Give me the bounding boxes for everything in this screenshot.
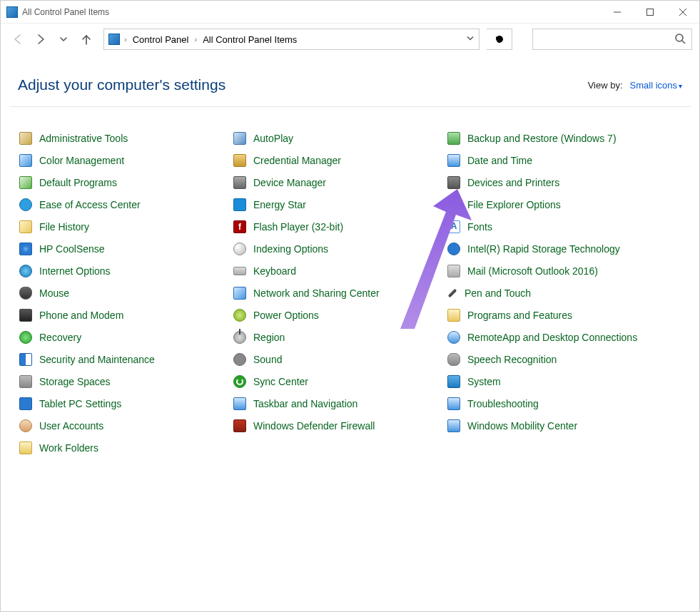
cp-item[interactable]: Phone and Modem — [18, 304, 232, 326]
cp-item-label[interactable]: Mail (Microsoft Outlook 2016) — [467, 265, 598, 277]
cp-item-label[interactable]: Programs and Features — [467, 310, 572, 321]
cp-item[interactable]: Color Management — [18, 149, 232, 171]
cp-item-label[interactable]: Intel(R) Rapid Storage Technology — [467, 243, 620, 255]
cp-item-label[interactable]: Indexing Options — [253, 243, 328, 255]
cp-item[interactable]: AutoPlay — [232, 127, 446, 149]
cp-item-label[interactable]: Windows Defender Firewall — [253, 420, 375, 432]
cp-item[interactable]: Recovery — [18, 326, 232, 348]
cp-item-label[interactable]: Color Management — [39, 155, 124, 166]
cp-item[interactable]: File History — [18, 215, 232, 238]
cp-item[interactable]: Power Options — [232, 304, 446, 326]
minimize-button[interactable] — [601, 1, 634, 24]
cp-item[interactable]: Speech Recognition — [446, 348, 682, 370]
cp-item-label[interactable]: RemoteApp and Desktop Connections — [467, 332, 637, 343]
close-button[interactable] — [666, 1, 699, 24]
cp-item[interactable]: Indexing Options — [232, 238, 446, 260]
cp-item-label[interactable]: Phone and Modem — [39, 310, 123, 321]
cp-item[interactable]: Pen and Touch — [446, 282, 682, 304]
cp-item-label[interactable]: Flash Player (32-bit) — [253, 221, 343, 233]
cp-item[interactable]: Windows Defender Firewall — [232, 414, 446, 437]
cp-item[interactable]: Tablet PC Settings — [18, 392, 232, 414]
search-input[interactable] — [539, 34, 674, 45]
cp-item[interactable]: Internet Options — [18, 260, 232, 282]
cp-item-label[interactable]: Ease of Access Center — [39, 199, 141, 210]
cp-item[interactable]: Fonts — [446, 215, 682, 238]
chevron-right-icon[interactable]: › — [193, 35, 198, 44]
search-icon[interactable] — [674, 33, 686, 46]
cp-item[interactable]: Sync Center — [232, 370, 446, 392]
cp-item-label[interactable]: Device Manager — [253, 177, 326, 188]
cp-item-label[interactable]: Sound — [253, 354, 282, 365]
chevron-right-icon[interactable]: › — [123, 35, 128, 44]
cp-item-label[interactable]: Taskbar and Navigation — [253, 398, 357, 409]
cp-item[interactable]: Security and Maintenance — [18, 348, 232, 370]
cp-item[interactable]: Mouse — [18, 282, 232, 304]
cp-item-label[interactable]: Energy Star — [253, 199, 306, 210]
cp-item[interactable]: Keyboard — [232, 260, 446, 282]
cp-item-label[interactable]: Mouse — [39, 287, 69, 299]
cp-item[interactable]: Troubleshooting — [446, 392, 682, 414]
cp-item[interactable]: Energy Star — [232, 193, 446, 215]
cp-item[interactable]: Windows Mobility Center — [446, 414, 682, 437]
cp-item-label[interactable]: Fonts — [467, 221, 492, 233]
cp-item-label[interactable]: Administrative Tools — [39, 133, 128, 144]
cp-item-label[interactable]: Work Folders — [39, 442, 98, 454]
cp-item[interactable]: Ease of Access Center — [18, 193, 232, 215]
refresh-button[interactable] — [487, 29, 512, 50]
cp-item[interactable]: Network and Sharing Center — [232, 282, 446, 304]
cp-item-label[interactable]: Recovery — [39, 332, 81, 343]
cp-item[interactable]: Default Programs — [18, 171, 232, 193]
cp-item-label[interactable]: Security and Maintenance — [39, 354, 155, 365]
address-breadcrumb[interactable]: › Control Panel › All Control Panel Item… — [103, 29, 480, 50]
cp-item-label[interactable]: Network and Sharing Center — [253, 287, 380, 299]
cp-item[interactable]: Programs and Features — [446, 304, 682, 326]
cp-item-label[interactable]: Credential Manager — [253, 155, 341, 166]
crumb-all-items[interactable]: All Control Panel Items — [201, 34, 298, 45]
cp-item-label[interactable]: Troubleshooting — [467, 398, 539, 409]
cp-item-label[interactable]: File History — [39, 221, 89, 233]
cp-item[interactable]: Work Folders — [18, 437, 232, 459]
nav-up-button[interactable] — [76, 29, 96, 49]
cp-item-label[interactable]: System — [467, 376, 501, 387]
nav-recent-dropdown[interactable] — [54, 29, 73, 49]
cp-item-label[interactable]: HP CoolSense — [39, 243, 105, 255]
cp-item[interactable]: Devices and Printers — [446, 171, 682, 193]
cp-item[interactable]: Backup and Restore (Windows 7) — [446, 127, 682, 149]
cp-item-label[interactable]: Keyboard — [253, 265, 296, 277]
cp-item[interactable]: RemoteApp and Desktop Connections — [446, 326, 682, 348]
nav-forward-button[interactable] — [31, 29, 51, 49]
cp-item[interactable]: Administrative Tools — [18, 127, 232, 149]
cp-item-label[interactable]: Windows Mobility Center — [467, 420, 577, 432]
cp-item-label[interactable]: Backup and Restore (Windows 7) — [467, 133, 617, 144]
cp-item-label[interactable]: File Explorer Options — [467, 199, 561, 210]
nav-back-button[interactable] — [8, 29, 28, 49]
chevron-down-icon[interactable] — [466, 34, 475, 45]
cp-item-label[interactable]: Sync Center — [253, 376, 308, 387]
cp-item[interactable]: Device Manager — [232, 171, 446, 193]
cp-item[interactable]: Taskbar and Navigation — [232, 392, 446, 414]
cp-item[interactable]: File Explorer Options — [446, 193, 682, 215]
cp-item[interactable]: Region — [232, 326, 446, 348]
cp-item[interactable]: Sound — [232, 348, 446, 370]
cp-item-label[interactable]: AutoPlay — [253, 133, 293, 144]
cp-item-label[interactable]: Date and Time — [467, 155, 532, 166]
cp-item[interactable]: System — [446, 370, 682, 392]
cp-item[interactable]: Mail (Microsoft Outlook 2016) — [446, 260, 682, 282]
cp-item[interactable]: Flash Player (32-bit) — [232, 215, 446, 238]
cp-item-label[interactable]: Default Programs — [39, 177, 117, 188]
maximize-button[interactable] — [634, 1, 666, 24]
cp-item-label[interactable]: Internet Options — [39, 265, 111, 277]
cp-item[interactable]: User Accounts — [18, 414, 232, 437]
cp-item-label[interactable]: Speech Recognition — [467, 354, 557, 365]
search-box[interactable] — [532, 29, 692, 50]
view-by-dropdown[interactable]: Small icons▾ — [630, 80, 682, 91]
cp-item-label[interactable]: Power Options — [253, 310, 319, 321]
cp-item[interactable]: Intel(R) Rapid Storage Technology — [446, 238, 682, 260]
cp-item-label[interactable]: Devices and Printers — [467, 177, 559, 188]
cp-item-label[interactable]: Storage Spaces — [39, 376, 111, 387]
cp-item[interactable]: HP CoolSense — [18, 238, 232, 260]
crumb-control-panel[interactable]: Control Panel — [131, 34, 191, 45]
cp-item-label[interactable]: Pen and Touch — [465, 287, 531, 299]
cp-item-label[interactable]: Region — [253, 332, 285, 343]
cp-item-label[interactable]: User Accounts — [39, 420, 103, 432]
